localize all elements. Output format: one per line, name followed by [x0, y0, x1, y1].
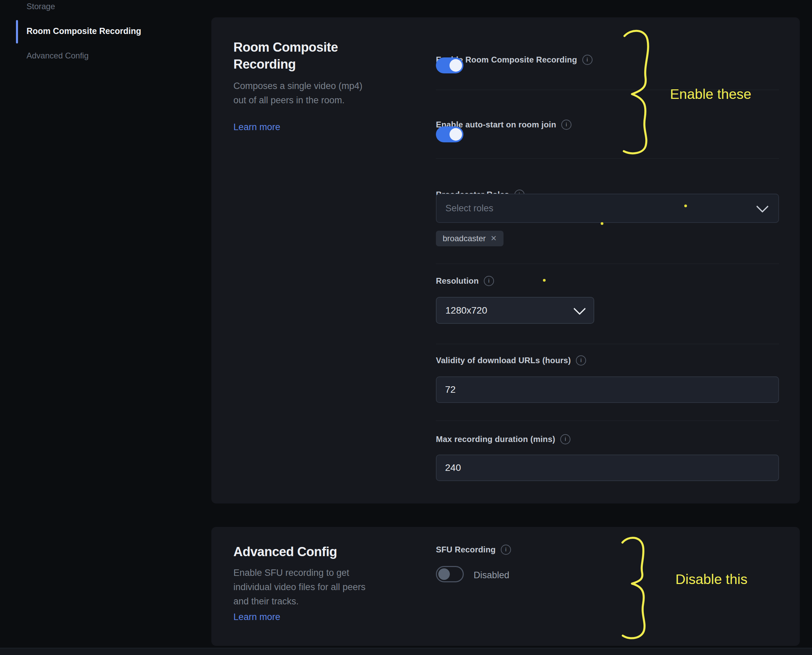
card-description: Enable SFU recording to get individual v…: [234, 566, 371, 609]
row-divider: [436, 90, 779, 90]
card-title: Room Composite Recording: [234, 39, 393, 73]
remove-role-icon[interactable]: ✕: [491, 234, 497, 243]
sidebar-item-room-composite-recording[interactable]: Room Composite Recording: [26, 26, 141, 36]
active-item-indicator: [16, 20, 18, 43]
sidebar-item-storage[interactable]: Storage: [26, 2, 55, 11]
resolution-label: Resolution: [436, 276, 479, 286]
select-placeholder: Select roles: [445, 203, 493, 214]
card-description: Composes a single video (mp4) out of all…: [234, 79, 364, 108]
chevron-down-icon: [756, 200, 769, 213]
resolution-dropdown[interactable]: 1280x720: [436, 297, 594, 324]
row-divider: [436, 264, 779, 264]
sfu-recording-label: SFU Recording: [436, 545, 496, 554]
learn-more-link[interactable]: Learn more: [234, 122, 280, 132]
resolution-label-row: Resolution i: [436, 276, 494, 286]
bottom-strip: [0, 648, 812, 655]
max-duration-label-row: Max recording duration (mins) i: [436, 434, 571, 444]
resolution-value: 1280x720: [445, 305, 487, 316]
sfu-status-text: Disabled: [474, 570, 509, 581]
auto-start-toggle[interactable]: [436, 126, 463, 142]
role-chip-broadcaster[interactable]: broadcaster ✕: [436, 231, 503, 246]
info-icon[interactable]: i: [501, 544, 511, 555]
max-duration-input[interactable]: [436, 455, 779, 481]
row-divider: [436, 344, 779, 344]
info-icon[interactable]: i: [576, 355, 586, 366]
toggle-knob: [449, 128, 462, 141]
advanced-config-card: Advanced Config Enable SFU recording to …: [211, 527, 800, 646]
role-chip-label: broadcaster: [443, 234, 486, 243]
sfu-recording-toggle[interactable]: [436, 566, 464, 582]
toggle-knob: [449, 59, 462, 72]
validity-input[interactable]: [436, 377, 779, 403]
max-duration-label: Max recording duration (mins): [436, 435, 555, 444]
sfu-recording-label-row: SFU Recording i: [436, 544, 511, 555]
info-icon[interactable]: i: [484, 276, 494, 286]
info-icon[interactable]: i: [582, 55, 592, 65]
room-composite-recording-card: Room Composite Recording Composes a sing…: [211, 17, 800, 503]
validity-label-row: Validity of download URLs (hours) i: [436, 355, 586, 366]
learn-more-link[interactable]: Learn more: [234, 612, 280, 623]
enable-recording-toggle[interactable]: [436, 57, 463, 73]
card-title: Advanced Config: [234, 543, 437, 560]
recording-settings-page: Storage Room Composite Recording Advance…: [0, 0, 812, 655]
info-icon[interactable]: i: [561, 120, 572, 130]
toggle-knob: [438, 568, 450, 580]
validity-label: Validity of download URLs (hours): [436, 356, 571, 365]
row-divider: [436, 421, 779, 421]
chevron-down-icon: [574, 302, 586, 315]
broadcaster-roles-select[interactable]: Select roles: [436, 194, 779, 223]
sidebar-item-advanced-config[interactable]: Advanced Config: [26, 51, 89, 60]
info-icon[interactable]: i: [560, 434, 571, 444]
